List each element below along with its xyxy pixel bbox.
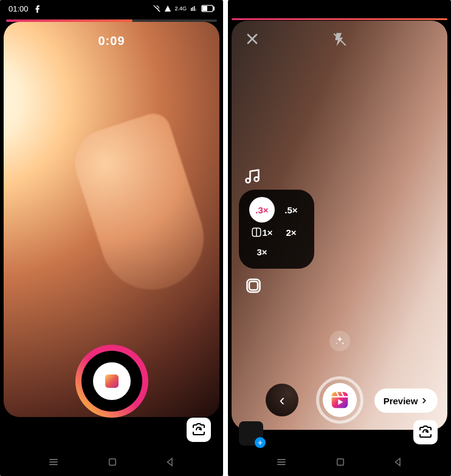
layout-button[interactable]: [245, 277, 262, 294]
status-bar: 01:00 2.4G: [0, 0, 223, 17]
speed-option-1x[interactable]: 1×: [251, 227, 272, 238]
svg-rect-2: [194, 6, 195, 11]
viewfinder-subject: [66, 109, 217, 303]
record-button[interactable]: [75, 345, 148, 418]
svg-rect-0: [191, 8, 192, 11]
preview-button[interactable]: Preview: [374, 388, 438, 413]
speed-1x-icon: [251, 227, 262, 238]
stop-icon: [105, 374, 119, 388]
music-button[interactable]: [244, 168, 261, 185]
nav-home-icon[interactable]: [107, 457, 118, 467]
flip-camera-button[interactable]: [187, 418, 211, 442]
svg-rect-1: [193, 7, 194, 12]
flip-camera-icon: [191, 423, 206, 437]
effects-button[interactable]: [329, 331, 350, 351]
last-clip-thumb[interactable]: ‹: [266, 384, 298, 416]
android-nav-bar: [0, 448, 223, 476]
status-icons-right: 2.4G: [153, 4, 215, 13]
speed-option-3x[interactable]: 3×: [256, 247, 267, 257]
reels-icon: [330, 390, 349, 410]
nav-recents-icon[interactable]: [275, 456, 287, 468]
svg-rect-24: [337, 459, 343, 466]
nav-recents-icon[interactable]: [47, 456, 60, 468]
music-icon: [244, 168, 261, 185]
chevron-right-icon: [420, 396, 429, 405]
speed-option-0-5x[interactable]: .5×: [284, 205, 297, 215]
record-progress-track: [232, 18, 447, 20]
close-button[interactable]: [245, 32, 260, 46]
phone-right-speed-picker: .3× .5× 1× 2× 3× ‹: [228, 0, 451, 476]
flip-camera-icon: [418, 425, 433, 440]
nav-home-icon[interactable]: [335, 457, 346, 467]
plus-badge: +: [255, 437, 266, 448]
sparkle-icon: [334, 336, 345, 347]
flash-toggle[interactable]: [332, 32, 348, 47]
layout-icon: [245, 277, 262, 294]
phone-left-recording: 01:00 2.4G 0:09: [0, 0, 223, 476]
nav-back-icon[interactable]: [393, 457, 404, 467]
close-icon: [245, 32, 260, 46]
speed-option-0-3x[interactable]: .3×: [249, 197, 275, 222]
status-time: 01:00: [9, 4, 29, 13]
speed-option-2x[interactable]: 2×: [286, 227, 296, 238]
facebook-icon: [33, 4, 42, 13]
svg-point-15: [255, 177, 259, 181]
svg-rect-3: [196, 9, 197, 11]
svg-rect-5: [203, 7, 207, 11]
svg-rect-19: [249, 281, 258, 290]
add-from-gallery-button[interactable]: +: [239, 421, 263, 446]
nav-back-icon[interactable]: [165, 457, 176, 467]
flip-camera-button[interactable]: [413, 420, 438, 444]
svg-rect-10: [109, 459, 115, 466]
preview-label: Preview: [384, 396, 418, 406]
flash-off-icon: [332, 32, 348, 47]
android-nav-bar: [228, 448, 451, 476]
svg-rect-6: [213, 7, 215, 10]
svg-rect-20: [331, 392, 348, 409]
chevron-left-icon: ‹: [280, 391, 285, 410]
reels-capture-button[interactable]: [316, 376, 363, 424]
speed-picker: .3× .5× 1× 2× 3×: [239, 190, 314, 269]
record-timer: 0:09: [0, 34, 223, 48]
svg-point-14: [246, 179, 250, 183]
